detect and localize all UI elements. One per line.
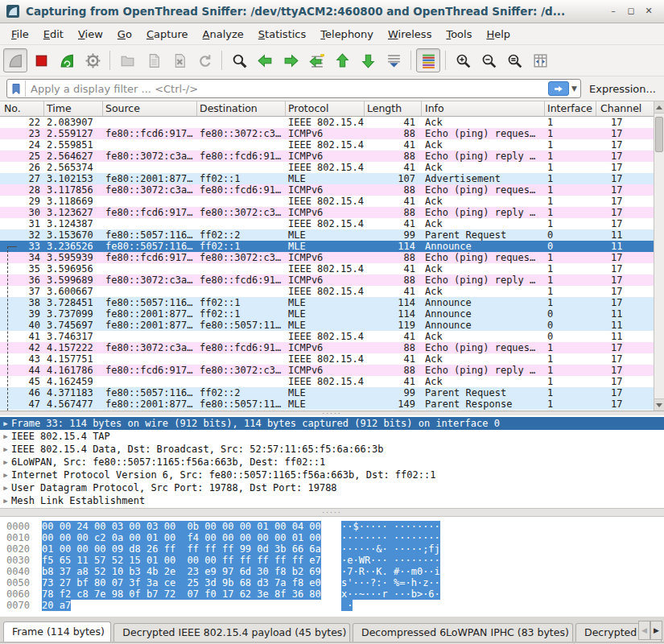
packet-row-22[interactable]: 222.083907IEEE 802.15.441Ack117 (0, 117, 654, 128)
scroll-up-button[interactable] (654, 101, 664, 114)
minimize-button[interactable]: – (604, 0, 622, 23)
packet-row-39[interactable]: 393.737099fe80::2001:877…ff02::1MLE114An… (0, 308, 654, 320)
bytes-tab-0[interactable]: Frame (114 bytes) (3, 621, 111, 642)
hex-row-0050[interactable]: 005073 27 bf 80 07 3f 3a ce 25 3d 9b 68 … (0, 577, 664, 588)
column-header-ch[interactable]: Channel (596, 101, 654, 116)
splitter-detail-bytes[interactable]: ····· (0, 508, 664, 517)
display-filter-input[interactable] (26, 81, 548, 96)
column-header-time[interactable]: Time (44, 101, 103, 116)
expression-button[interactable]: Expression... (586, 83, 659, 95)
go-back-button[interactable] (253, 48, 277, 72)
expand-arrow-icon[interactable]: ▶ (0, 443, 11, 456)
go-last-button[interactable] (356, 48, 380, 72)
packet-row-27[interactable]: 273.102153fe80::2001:877…ff02::1MLE107Ad… (0, 173, 654, 184)
detail-line-4[interactable]: ▶Internet Protocol Version 6, Src: fe80:… (0, 469, 664, 481)
column-header-no[interactable]: No. (0, 101, 44, 116)
menu-telephony[interactable]: Telephony (314, 26, 380, 43)
capture-start-button[interactable] (3, 48, 27, 72)
packet-row-26[interactable]: 262.565374IEEE 802.15.441Ack117 (0, 162, 654, 173)
find-packet-button[interactable] (227, 48, 251, 72)
menu-analyze[interactable]: Analyze (196, 26, 250, 43)
packet-row-45[interactable]: 454.162459IEEE 802.15.441Ack117 (0, 376, 654, 387)
file-close-button[interactable] (167, 48, 191, 72)
auto-scroll-button[interactable] (381, 48, 406, 72)
menu-capture[interactable]: Capture (140, 26, 195, 43)
packet-row-30[interactable]: 303.123627fe80::fcd6:917…fe80::3072:c3…I… (0, 207, 654, 218)
packet-row-35[interactable]: 353.596956IEEE 802.15.441Ack117 (0, 263, 654, 275)
column-header-proto[interactable]: Protocol (286, 101, 365, 116)
packet-row-28[interactable]: 283.117856fe80::3072:c3a…fe80::fcd6:91…I… (0, 184, 654, 196)
packet-row-38[interactable]: 383.728451fe80::5057:116…ff02::1MLE114An… (0, 297, 654, 308)
detail-line-1[interactable]: ▶IEEE 802.15.4 TAP (0, 430, 664, 443)
packet-row-33[interactable]: 333.236526fe80::5057:116…ff02::1MLE114An… (0, 241, 654, 252)
hex-row-0040[interactable]: 0040b8 37 a8 52 10 b3 4b 2e 23 e9 97 6d … (0, 566, 664, 577)
scrollbar-trough[interactable] (654, 114, 664, 398)
packet-list-scrollbar[interactable] (654, 101, 664, 411)
expand-arrow-icon[interactable]: ▶ (0, 417, 11, 430)
close-button[interactable]: ✕ (640, 0, 658, 23)
detail-line-0[interactable]: ▶Frame 33: 114 bytes on wire (912 bits),… (0, 417, 664, 430)
menu-go[interactable]: Go (111, 26, 138, 43)
zoom-reset-button[interactable] (502, 48, 526, 72)
expand-arrow-icon[interactable]: ▶ (0, 481, 11, 494)
packet-row-42[interactable]: 424.157222fe80::3072:c3a…fe80::fcd6:91…I… (0, 342, 654, 353)
expand-arrow-icon[interactable]: ▶ (0, 456, 11, 469)
capture-options-button[interactable] (80, 48, 105, 72)
tab-scroll-left-icon[interactable]: ◀ (638, 621, 650, 640)
packet-row-31[interactable]: 313.124387IEEE 802.15.441Ack117 (0, 218, 654, 229)
menu-file[interactable]: File (5, 26, 35, 43)
packet-row-47[interactable]: 474.567477fe80::2001:877…fe80::5057:11…M… (0, 398, 654, 410)
file-open-button[interactable] (115, 48, 139, 72)
packet-row-29[interactable]: 293.118669IEEE 802.15.441Ack117 (0, 196, 654, 207)
go-first-button[interactable] (330, 48, 354, 72)
packet-row-37[interactable]: 373.600667IEEE 802.15.441Ack117 (0, 286, 654, 297)
capture-restart-button[interactable] (55, 48, 79, 72)
packet-row-44[interactable]: 444.161786fe80::fcd6:917…fe80::3072:c3…I… (0, 365, 654, 376)
apply-filter-button[interactable] (548, 81, 569, 96)
hex-row-0020[interactable]: 002001 00 00 00 09 d8 26 ff ff ff ff 99 … (0, 543, 664, 555)
hex-row-0070[interactable]: 007020 a7 · (0, 600, 664, 611)
packet-row-43[interactable]: 434.157751IEEE 802.15.441Ack117 (0, 353, 654, 365)
packet-row-24[interactable]: 242.559851IEEE 802.15.441Ack117 (0, 139, 654, 151)
filter-history-dropdown-icon[interactable]: ▼ (571, 85, 580, 93)
packet-row-32[interactable]: 323.153670fe80::5057:116…ff02::2MLE99Par… (0, 229, 654, 241)
go-to-packet-button[interactable] (304, 48, 328, 72)
go-forward-button[interactable] (278, 48, 303, 72)
menu-wireless[interactable]: Wireless (381, 26, 438, 43)
maximize-button[interactable]: ◻ (622, 0, 640, 23)
menu-view[interactable]: View (72, 26, 109, 43)
packet-row-46[interactable]: 464.371183fe80::5057:116…ff02::2MLE99Par… (0, 387, 654, 398)
hex-row-0010[interactable]: 001000 00 00 c2 0a 00 01 00 f4 00 00 00 … (0, 532, 664, 543)
menu-help[interactable]: Help (480, 26, 517, 43)
column-header-info[interactable]: Info (422, 101, 545, 116)
packet-row-23[interactable]: 232.559127fe80::fcd6:917…fe80::3072:c3…I… (0, 128, 654, 139)
expand-arrow-icon[interactable]: ▶ (0, 494, 11, 507)
menu-tools[interactable]: Tools (439, 26, 478, 43)
menu-statistics[interactable]: Statistics (252, 26, 312, 43)
column-header-src[interactable]: Source (103, 101, 197, 116)
detail-line-3[interactable]: ▶6LoWPAN, Src: fe80::5057:1165:f56a:663b… (0, 456, 664, 469)
packet-row-25[interactable]: 252.564627fe80::3072:c3a…fe80::fcd6:91…I… (0, 151, 654, 162)
file-save-button[interactable] (141, 48, 165, 72)
bytes-tab-2[interactable]: Decompressed 6LoWPAN IPHC (83 bytes) (353, 623, 573, 642)
hex-row-0000[interactable]: 000000 00 24 00 03 00 03 00 0b 00 00 00 … (0, 521, 664, 532)
colorize-button[interactable] (416, 48, 440, 72)
hex-row-0030[interactable]: 0030f5 65 11 57 52 15 01 00 00 00 ff ff … (0, 555, 664, 566)
tab-scroll-right-icon[interactable]: ▶ (650, 621, 662, 640)
column-header-iface[interactable]: Interface ID (545, 101, 596, 116)
scroll-down-button[interactable] (654, 398, 664, 411)
capture-stop-button[interactable] (29, 48, 53, 72)
scrollbar-thumb[interactable] (655, 117, 663, 152)
packet-row-34[interactable]: 343.595939fe80::fcd6:917…fe80::3072:c3…I… (0, 252, 654, 263)
expand-arrow-icon[interactable]: ▶ (0, 469, 11, 481)
filter-bookmark-icon[interactable] (7, 80, 26, 97)
resize-columns-button[interactable] (528, 48, 552, 72)
bytes-tab-1[interactable]: Decrypted IEEE 802.15.4 payload (45 byte… (113, 623, 350, 642)
zoom-in-button[interactable] (451, 48, 475, 72)
detail-line-2[interactable]: ▶IEEE 802.15.4 Data, Dst: Broadcast, Src… (0, 443, 664, 456)
detail-line-5[interactable]: ▶User Datagram Protocol, Src Port: 19788… (0, 481, 664, 494)
zoom-out-button[interactable] (476, 48, 501, 72)
column-header-len[interactable]: Length (365, 101, 422, 116)
file-reload-button[interactable] (192, 48, 217, 72)
expand-arrow-icon[interactable]: ▶ (0, 430, 11, 443)
